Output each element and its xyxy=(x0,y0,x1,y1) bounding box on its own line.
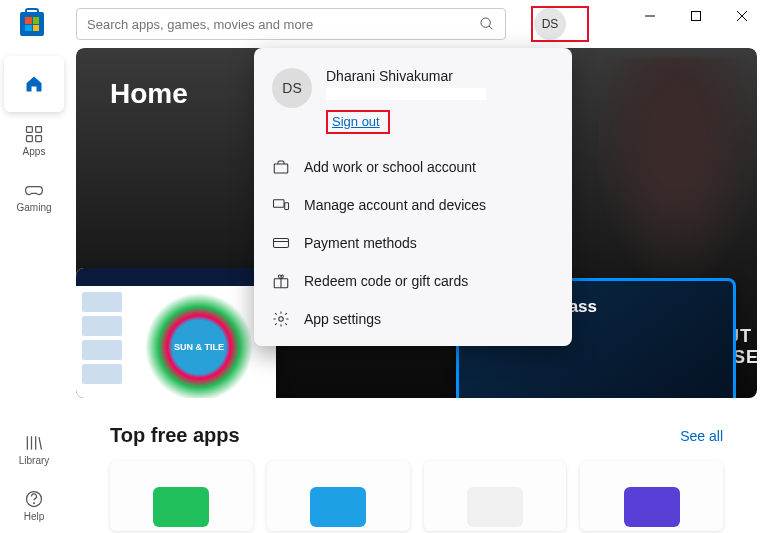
gaming-icon xyxy=(24,180,44,200)
store-logo-icon xyxy=(20,12,44,36)
svg-rect-16 xyxy=(274,164,288,173)
svg-rect-6 xyxy=(27,126,33,132)
search-bar[interactable] xyxy=(76,8,506,40)
menu-payment-methods[interactable]: Payment methods xyxy=(254,224,572,262)
svg-point-23 xyxy=(279,317,284,322)
close-button[interactable] xyxy=(719,0,765,32)
svg-rect-3 xyxy=(692,12,701,21)
nav-apps-label: Apps xyxy=(23,146,46,157)
nav-apps[interactable]: Apps xyxy=(4,112,64,168)
section-title: Top free apps xyxy=(110,424,240,447)
see-all-link[interactable]: See all xyxy=(680,428,723,444)
devices-icon xyxy=(272,196,290,214)
spotlight-art-label: SUN & TILE xyxy=(128,292,270,398)
app-tile[interactable] xyxy=(110,461,253,531)
svg-point-15 xyxy=(34,502,35,503)
svg-line-1 xyxy=(489,26,492,29)
nav-home[interactable]: Home xyxy=(4,56,64,112)
app-icon xyxy=(467,487,523,527)
account-flyout: DS Dharani Shivakumar Sign out Add work … xyxy=(254,48,572,346)
menu-label: Payment methods xyxy=(304,235,417,251)
flyout-avatar: DS xyxy=(272,68,312,108)
nav-library[interactable]: Library xyxy=(4,421,64,477)
apps-icon xyxy=(24,124,44,144)
nav-gaming-label: Gaming xyxy=(16,202,51,213)
sidebar-nav: Home Apps Gaming Library Help xyxy=(0,48,68,533)
menu-app-settings[interactable]: App settings xyxy=(254,300,572,338)
help-icon xyxy=(24,489,44,509)
account-avatar-button[interactable]: DS xyxy=(534,8,566,40)
svg-rect-7 xyxy=(36,126,42,132)
gear-icon xyxy=(272,310,290,328)
nav-gaming[interactable]: Gaming xyxy=(4,168,64,224)
page-title: Home xyxy=(110,78,188,110)
menu-label: App settings xyxy=(304,311,381,327)
account-email-redacted xyxy=(326,88,486,100)
home-icon xyxy=(24,74,44,94)
search-icon[interactable] xyxy=(479,16,495,32)
app-icon xyxy=(624,487,680,527)
menu-manage-account[interactable]: Manage account and devices xyxy=(254,186,572,224)
svg-rect-8 xyxy=(27,135,33,141)
card-icon xyxy=(272,234,290,252)
app-icon xyxy=(153,487,209,527)
spotlight-card-app[interactable]: SUN & TILE xyxy=(76,268,276,398)
menu-label: Redeem code or gift cards xyxy=(304,273,468,289)
nav-help[interactable]: Help xyxy=(4,477,64,533)
nav-library-label: Library xyxy=(19,455,50,466)
maximize-button[interactable] xyxy=(673,0,719,32)
svg-rect-19 xyxy=(274,239,289,248)
app-tile[interactable] xyxy=(267,461,410,531)
menu-label: Manage account and devices xyxy=(304,197,486,213)
gift-icon xyxy=(272,272,290,290)
search-input[interactable] xyxy=(87,17,479,32)
minimize-button[interactable] xyxy=(627,0,673,32)
account-name: Dharani Shivakumar xyxy=(326,68,486,84)
svg-point-0 xyxy=(481,18,490,27)
svg-rect-18 xyxy=(285,203,289,210)
nav-help-label: Help xyxy=(24,511,45,522)
library-icon xyxy=(24,433,44,453)
top-free-apps-section: Top free apps See all xyxy=(76,398,757,531)
briefcase-icon xyxy=(272,158,290,176)
sign-out-link[interactable]: Sign out xyxy=(330,113,382,130)
svg-rect-17 xyxy=(274,200,285,208)
highlight-box-signout: Sign out xyxy=(326,110,390,134)
svg-line-13 xyxy=(39,437,42,450)
svg-rect-9 xyxy=(36,135,42,141)
menu-redeem-code[interactable]: Redeem code or gift cards xyxy=(254,262,572,300)
title-bar: DS xyxy=(0,0,765,48)
menu-add-work-account[interactable]: Add work or school account xyxy=(254,148,572,186)
app-tile[interactable] xyxy=(424,461,567,531)
window-controls xyxy=(627,0,765,32)
app-icon xyxy=(310,487,366,527)
app-tile[interactable] xyxy=(580,461,723,531)
menu-label: Add work or school account xyxy=(304,159,476,175)
